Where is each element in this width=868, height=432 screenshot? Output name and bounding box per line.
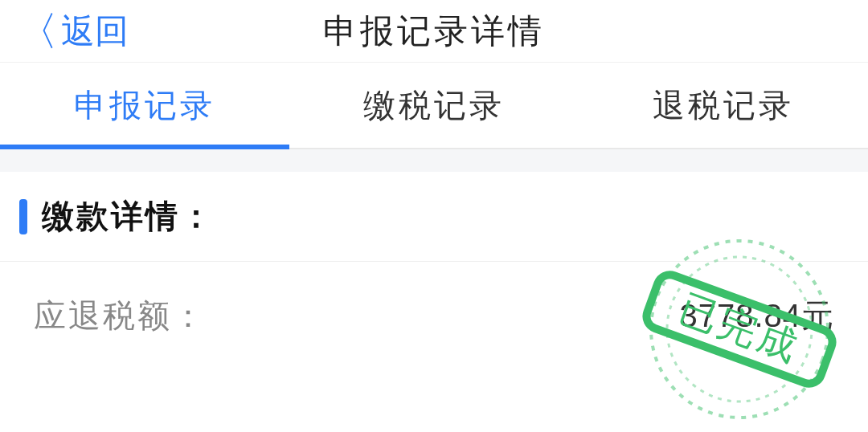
back-button[interactable]: 〈 返回	[0, 9, 129, 54]
detail-row: 应退税额： 3778.84元	[0, 262, 868, 370]
row-label: 应退税额：	[34, 294, 207, 338]
back-label: 返回	[61, 9, 129, 54]
tab-label: 申报记录	[74, 84, 215, 128]
tab-declaration-record[interactable]: 申报记录	[0, 63, 289, 148]
section-gap	[0, 149, 868, 172]
tab-tax-payment-record[interactable]: 缴税记录	[289, 63, 579, 148]
chevron-left-icon: 〈	[18, 11, 58, 51]
section-bar-icon	[19, 199, 27, 234]
row-value-refund-amount: 3778.84元	[679, 294, 834, 338]
tab-label: 缴税记录	[363, 84, 505, 128]
section-header: 缴款详情：	[0, 172, 868, 262]
tabs: 申报记录 缴税记录 退税记录	[0, 63, 868, 149]
tab-tax-refund-record[interactable]: 退税记录	[579, 63, 868, 148]
navbar: 〈 返回 申报记录详情	[0, 0, 868, 63]
page-title: 申报记录详情	[323, 9, 545, 54]
tab-label: 退税记录	[653, 84, 794, 128]
section-title: 缴款详情：	[42, 194, 215, 238]
